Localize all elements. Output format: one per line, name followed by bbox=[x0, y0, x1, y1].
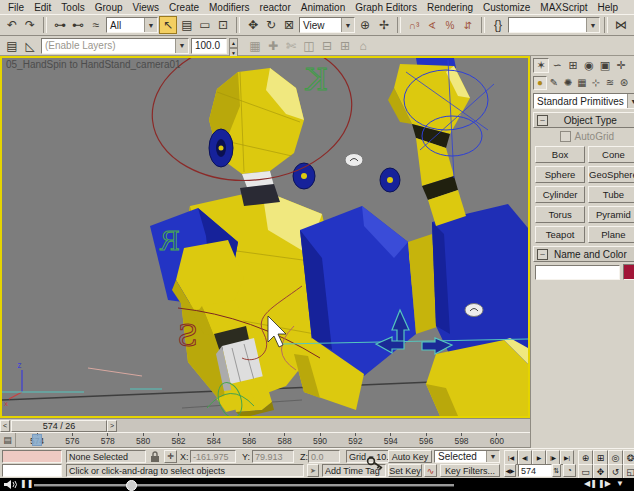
key-selection-dropdown[interactable]: Selected ▼ bbox=[434, 450, 500, 463]
region-zoom-button[interactable]: ▭ bbox=[578, 464, 593, 479]
timeline-tick[interactable]: 576 bbox=[63, 433, 81, 447]
camera-viewport[interactable]: 05_HandSpin to HandStand_camera01 z x bbox=[0, 56, 530, 418]
go-to-end-button[interactable]: ▶| bbox=[560, 450, 574, 465]
timeline-tick[interactable]: 578 bbox=[99, 433, 117, 447]
menu-item[interactable]: Animation bbox=[296, 2, 350, 13]
time-configuration-button[interactable]: ◔ bbox=[563, 464, 576, 477]
shapes-category[interactable]: ✎ bbox=[547, 76, 561, 90]
timeline-ruler[interactable]: 574 576 578 580 bbox=[16, 433, 530, 447]
select-and-rotate-icon[interactable]: ↻ bbox=[262, 16, 280, 34]
select-and-move-icon[interactable]: ✥ bbox=[244, 16, 262, 34]
primitive-button[interactable]: Teapot bbox=[535, 226, 585, 243]
primitive-button[interactable]: Box bbox=[535, 146, 585, 163]
track-bar[interactable]: ▤ 574 576 578 5 bbox=[0, 432, 530, 448]
timeline-tick[interactable]: 582 bbox=[170, 433, 188, 447]
mirror-icon[interactable]: ⋈ bbox=[612, 16, 630, 34]
motion-tab[interactable]: ◉ bbox=[581, 58, 597, 73]
systems-category[interactable]: ⊛ bbox=[617, 76, 631, 90]
current-frame-field[interactable]: 574 bbox=[518, 464, 552, 477]
primitive-button[interactable]: GeoSphere bbox=[588, 166, 634, 183]
collapse-icon[interactable]: – bbox=[537, 115, 548, 126]
select-layer-icon[interactable]: ◺ bbox=[21, 37, 39, 55]
next-frame-button[interactable]: |▶ bbox=[546, 450, 560, 465]
chevron-down-icon[interactable]: ▼ bbox=[175, 39, 188, 53]
use-pivot-center-icon[interactable]: ⊕ bbox=[356, 16, 374, 34]
timeline-tick[interactable]: 596 bbox=[417, 433, 435, 447]
player-next-frame-button[interactable]: ❚▶ bbox=[598, 479, 611, 488]
layer-weight-spinner[interactable]: ▲▼ bbox=[229, 38, 238, 54]
name-color-rollout-header[interactable]: – Name and Color bbox=[533, 246, 634, 262]
layer-props-icon[interactable]: ⌂ bbox=[354, 37, 372, 55]
primitive-button[interactable]: Sphere bbox=[535, 166, 585, 183]
chevron-down-icon[interactable]: ▼ bbox=[627, 94, 634, 108]
prompt-info-icon[interactable]: ➤ bbox=[307, 464, 319, 477]
select-in-layer-icon[interactable]: ◫ bbox=[300, 37, 318, 55]
rect-selection-region-icon[interactable]: ▭ bbox=[196, 16, 214, 34]
select-and-manipulate-icon[interactable]: ✢ bbox=[375, 16, 393, 34]
min-max-toggle-button[interactable]: ◱ bbox=[623, 464, 634, 479]
mini-curve-editor-button[interactable]: ▤ bbox=[0, 433, 16, 447]
snap-toggle-3d-icon[interactable]: ∩³ bbox=[405, 16, 423, 34]
zoom-all-button[interactable]: ⊞ bbox=[593, 450, 608, 465]
object-color-swatch[interactable] bbox=[623, 264, 634, 280]
object-type-rollout-header[interactable]: – Object Type bbox=[533, 112, 634, 128]
primitive-button[interactable]: Torus bbox=[535, 206, 585, 223]
seek-knob[interactable] bbox=[126, 480, 137, 491]
timeline-tick[interactable]: 590 bbox=[311, 433, 329, 447]
key-filters-button[interactable]: Key Filters... bbox=[440, 464, 500, 477]
subcategory-dropdown[interactable]: Standard Primitives ▼ bbox=[533, 93, 634, 109]
zoom-button[interactable]: ⊕ bbox=[578, 450, 593, 465]
play-button[interactable]: ▶ bbox=[532, 450, 546, 465]
display-tab[interactable]: ▣ bbox=[597, 58, 613, 73]
selection-filter-dropdown[interactable]: All ▼ bbox=[106, 17, 158, 33]
menu-item[interactable]: Graph Editors bbox=[350, 2, 422, 13]
menu-item[interactable]: reactor bbox=[255, 2, 296, 13]
named-sets-dropdown[interactable]: ▼ bbox=[508, 17, 600, 33]
primitive-button[interactable]: Cone bbox=[588, 146, 634, 163]
named-selection-sets-icon[interactable]: {} bbox=[489, 16, 507, 34]
x-coordinate-field[interactable]: -161.975 bbox=[190, 450, 236, 463]
reference-coordinate-dropdown[interactable]: View ▼ bbox=[299, 17, 355, 33]
menu-item[interactable]: Edit bbox=[29, 2, 56, 13]
chevron-down-icon[interactable]: ▼ bbox=[486, 451, 499, 462]
menu-item[interactable]: Group bbox=[90, 2, 128, 13]
window-crossing-icon[interactable]: ⊡ bbox=[214, 16, 232, 34]
menu-item[interactable]: Tools bbox=[56, 2, 89, 13]
previous-frame-button[interactable]: ◀| bbox=[518, 450, 532, 465]
arc-rotate-button[interactable]: ↺ bbox=[608, 464, 623, 479]
menu-item[interactable]: Modifiers bbox=[204, 2, 255, 13]
pause-button[interactable]: ❚❚ bbox=[20, 479, 33, 488]
lights-category[interactable]: ✺ bbox=[561, 76, 575, 90]
time-slider-button[interactable]: 574 / 26 bbox=[11, 420, 107, 432]
maxscript-listener-white[interactable] bbox=[2, 464, 62, 477]
percent-snap-icon[interactable]: % bbox=[441, 16, 459, 34]
unlink-selection-icon[interactable]: ⊷ bbox=[69, 16, 87, 34]
menu-item[interactable]: File bbox=[3, 2, 29, 13]
timeline-tick[interactable]: 598 bbox=[453, 433, 471, 447]
timeline-tick[interactable]: 600 bbox=[488, 433, 506, 447]
frame-spinner[interactable]: ⇅ bbox=[552, 464, 561, 477]
create-tab[interactable]: ✶ bbox=[533, 58, 549, 73]
spacewarps-category[interactable]: ≋ bbox=[603, 76, 617, 90]
auto-key-button[interactable]: Auto Key bbox=[388, 450, 432, 463]
undo-icon[interactable]: ↶ bbox=[3, 16, 21, 34]
speaker-icon[interactable] bbox=[3, 479, 17, 490]
primitive-button[interactable]: Cylinder bbox=[535, 186, 585, 203]
z-coordinate-field[interactable]: 0.0 bbox=[308, 450, 340, 463]
hierarchy-tab[interactable]: ⊞ bbox=[565, 58, 581, 73]
menu-item[interactable]: Help bbox=[593, 2, 624, 13]
spinner-snap-icon[interactable]: ⇵ bbox=[459, 16, 477, 34]
helpers-category[interactable]: ⊹ bbox=[589, 76, 603, 90]
object-name-input[interactable] bbox=[535, 265, 620, 280]
chevron-down-icon[interactable]: ▼ bbox=[341, 18, 354, 32]
maxscript-listener-pink[interactable] bbox=[2, 450, 62, 463]
layer-weight-field[interactable]: 100.0 bbox=[191, 38, 227, 54]
add-to-layer-icon[interactable]: ✚ bbox=[264, 37, 282, 55]
absolute-mode-toggle[interactable]: ✛ bbox=[164, 450, 177, 463]
delete-layer-icon[interactable]: ✄ bbox=[282, 37, 300, 55]
layers-dropdown[interactable]: (Enable Layers) ▼ bbox=[41, 38, 189, 54]
y-coordinate-field[interactable]: 79.913 bbox=[252, 450, 294, 463]
timeline-tick[interactable]: 588 bbox=[276, 433, 294, 447]
viewport-scene[interactable]: z x bbox=[2, 58, 528, 416]
timeline-tick[interactable]: 586 bbox=[240, 433, 258, 447]
